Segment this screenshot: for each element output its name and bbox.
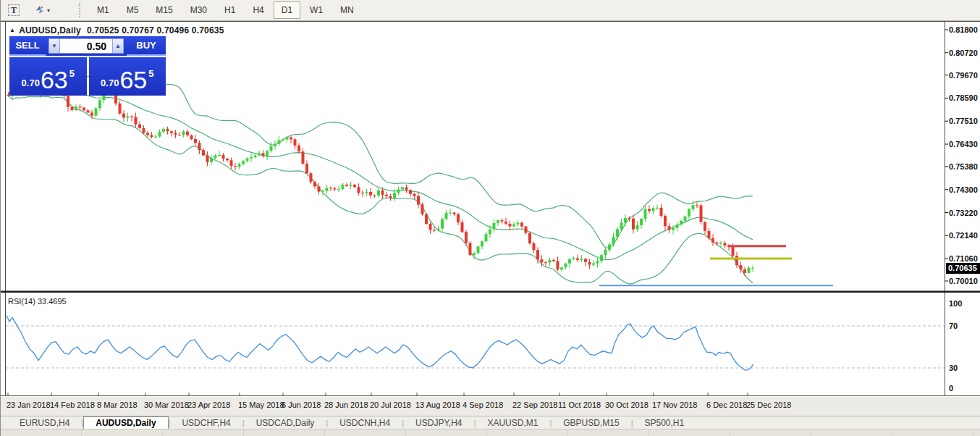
buy-price-point: 5	[148, 68, 153, 79]
styler-icon	[34, 4, 46, 17]
chart-tab[interactable]: EURUSD,H4	[8, 416, 81, 429]
chart-tab[interactable]: XAUUSD,M1	[476, 416, 549, 429]
price-axis-label: 0.81800	[949, 25, 978, 34]
volume-input[interactable]	[60, 38, 112, 54]
chart-area: ▲AUDUSD,Daily0.70525 0.70767 0.70496 0.7…	[1, 21, 980, 397]
styler-dropdown-caret[interactable]: ▾	[47, 7, 50, 14]
timeframe-button-h4[interactable]: H4	[245, 1, 271, 19]
timeframe-toolbar: M1M5M15M30H1H4D1W1MN	[88, 1, 363, 19]
chart-tab[interactable]: GBPUSD,M15	[552, 416, 630, 429]
mt4-chart-window: T ▾ M1M5M15M30H1H4D1W1MN ▲AUDUSD,Daily0.…	[0, 0, 980, 436]
chart-tab[interactable]: USDJPY,H4	[404, 416, 473, 429]
sell-price-pips: 63	[41, 69, 68, 91]
current-price-tag: 0.70635	[946, 263, 980, 274]
date-axis-label: 15 May 2018	[238, 401, 284, 409]
chart-tab[interactable]: SP500,H1	[633, 416, 696, 429]
symbol-label: AUDUSD,Daily	[19, 25, 81, 35]
price-axis-label: 0.78590	[949, 93, 978, 102]
one-click-top-row: SELL ▼ ▲ BUY	[9, 36, 166, 56]
date-axis-label: 8 Mar 2018	[97, 401, 138, 409]
buy-button[interactable]: BUY	[127, 36, 166, 56]
date-axis-label: 22 Sep 2018	[512, 401, 557, 409]
date-axis-label: 23 Jan 2018	[7, 401, 51, 409]
date-axis-label: 4 Sep 2018	[462, 401, 503, 409]
date-axis-label: 20 Jul 2018	[370, 401, 411, 409]
bottom-strip	[1, 429, 980, 436]
ohlc-values: 0.70525 0.70767 0.70496 0.70635	[87, 25, 224, 35]
one-click-price-panels: 0.70635 0.70655	[9, 57, 166, 96]
rsi-axis-label: 100	[949, 299, 962, 308]
date-axis-label: 25 Dec 2018	[746, 401, 791, 409]
text-tool-icon: T	[8, 4, 20, 16]
chart-tab[interactable]: AUDUSD,Daily	[83, 416, 168, 429]
timeframe-button-mn[interactable]: MN	[332, 1, 362, 19]
date-axis-label: 6 Jun 2018	[282, 401, 321, 409]
price-axis-label: 0.80720	[949, 49, 978, 57]
date-axis-label: 30 Oct 2018	[605, 401, 649, 409]
chart-title: ▲AUDUSD,Daily0.70525 0.70767 0.70496 0.7…	[9, 25, 224, 35]
date-axis-label: 6 Dec 2018	[706, 401, 747, 409]
rsi-axis-label: 30	[949, 364, 958, 372]
price-axis-label: 0.77510	[949, 117, 978, 125]
timeframe-button-m30[interactable]: M30	[182, 1, 215, 19]
date-axis-label: 23 Apr 2018	[187, 401, 230, 409]
volume-decrease-button[interactable]: ▼	[48, 38, 60, 54]
rsi-axis-label: 70	[949, 322, 958, 330]
price-axis-label: 0.79670	[949, 71, 978, 80]
timeframe-button-m1[interactable]: M1	[89, 1, 117, 19]
sell-price-prefix: 0.70	[22, 77, 40, 88]
price-axis-label: 0.75380	[949, 162, 978, 171]
price-axis-label: 0.73220	[949, 209, 978, 217]
date-axis[interactable]: 23 Jan 201814 Feb 20188 Mar 201830 Mar 2…	[1, 397, 980, 416]
sell-price-panel[interactable]: 0.70635	[9, 57, 87, 96]
styler-tool-button[interactable]: ▾	[28, 1, 56, 19]
pane-splitter[interactable]	[1, 290, 980, 293]
date-axis-label: 13 Aug 2018	[415, 401, 460, 409]
one-click-trading-toggle-icon[interactable]: ▲	[9, 27, 15, 33]
price-axis-label: 0.70010	[949, 277, 978, 285]
timeframe-button-d1[interactable]: D1	[274, 1, 300, 19]
date-axis-label: 17 Nov 2018	[652, 401, 697, 409]
price-axis-label: 0.72140	[949, 231, 978, 240]
price-axis-label: 0.76430	[949, 140, 978, 148]
chart-tab[interactable]: USDCAD,Daily	[245, 416, 326, 429]
timeframe-button-m5[interactable]: M5	[119, 1, 147, 19]
date-axis-label: 28 Jun 2018	[324, 401, 368, 409]
toolbar-grip[interactable]	[79, 3, 83, 17]
rsi-axis-label: 0	[949, 384, 953, 393]
one-click-trading-widget: SELL ▼ ▲ BUY 0.70635 0.70655	[9, 36, 166, 96]
volume-control: ▼ ▲	[48, 36, 124, 56]
text-tool-button[interactable]: T	[1, 1, 26, 19]
price-axis-label: 0.71060	[949, 254, 978, 263]
toolbar: T ▾ M1M5M15M30H1H4D1W1MN	[1, 0, 980, 21]
date-axis-label: 14 Feb 2018	[50, 401, 95, 409]
sell-price-point: 5	[69, 68, 75, 79]
chart-tabs-bar: EURUSD,H4|AUDUSD,Daily|USDCHF,H4|USDCAD,…	[1, 416, 980, 429]
chart-tab[interactable]: USDCHF,H4	[170, 416, 242, 429]
buy-price-pips: 65	[119, 69, 147, 91]
date-axis-label: 30 Mar 2018	[144, 401, 189, 409]
chart-tab[interactable]: USDCNH,H4	[328, 416, 402, 429]
timeframe-button-m15[interactable]: M15	[148, 1, 180, 19]
date-axis-label: 11 Oct 2018	[558, 401, 601, 409]
rsi-indicator-label: RSI(14) 33.4695	[8, 297, 67, 306]
volume-increase-button[interactable]: ▲	[112, 38, 124, 54]
buy-price-panel[interactable]: 0.70655	[89, 57, 166, 96]
timeframe-button-w1[interactable]: W1	[302, 1, 331, 19]
timeframe-button-h1[interactable]: H1	[216, 1, 243, 19]
buy-price-prefix: 0.70	[101, 77, 119, 88]
sell-button[interactable]: SELL	[9, 36, 46, 56]
price-axis-label: 0.74300	[949, 185, 978, 194]
